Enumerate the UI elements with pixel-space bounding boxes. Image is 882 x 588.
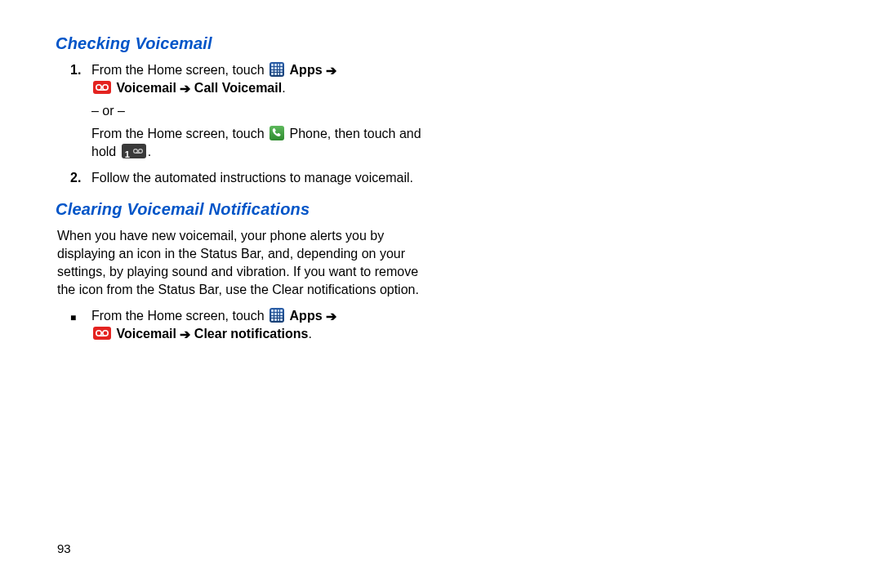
arrow: ➔ — [180, 80, 190, 98]
clearing-paragraph: When you have new voicemail, your phone … — [57, 227, 425, 299]
heading-checking-voicemail: Checking Voicemail — [56, 34, 425, 53]
step-number: 2. — [70, 169, 91, 187]
step-1: 1. From the Home screen, touch Apps ➔ Vo… — [70, 61, 425, 97]
apps-icon — [270, 62, 284, 77]
svg-point-2 — [133, 149, 137, 154]
bullet-body: From the Home screen, touch Apps ➔ Voice… — [91, 307, 425, 343]
period: . — [308, 327, 311, 341]
step-number: 1. — [70, 61, 91, 79]
step-body: Follow the automated instructions to man… — [91, 169, 425, 187]
page-number: 93 — [57, 541, 71, 555]
apps-label: Apps — [290, 309, 326, 323]
apps-icon — [270, 308, 284, 323]
bullet-mark: ■ — [70, 307, 91, 327]
svg-point-5 — [103, 331, 108, 336]
voicemail-label: Voicemail — [113, 81, 180, 95]
step-2: 2. Follow the automated instructions to … — [70, 169, 425, 187]
heading-clearing-voicemail: Clearing Voicemail Notifications — [56, 200, 425, 219]
or-divider: – or – — [91, 104, 425, 118]
svg-point-0 — [96, 85, 101, 90]
voicemail-icon — [93, 81, 111, 94]
arrow: ➔ — [326, 308, 336, 326]
voicemail-icon — [93, 327, 111, 340]
arrow: ➔ — [326, 62, 336, 80]
apps-label: Apps — [290, 63, 326, 77]
step-body: From the Home screen, touch Apps ➔ Voice… — [91, 61, 425, 97]
key-1-icon: 1 — [122, 144, 146, 158]
manual-page: Checking Voicemail 1. From the Home scre… — [0, 0, 457, 588]
bullet-step: ■ From the Home screen, touch Apps ➔ Voi… — [70, 307, 425, 343]
phone-label: Phone — [286, 127, 327, 140]
text: From the Home screen, touch — [91, 127, 268, 140]
step-1-alt: From the Home screen, touch Phone, then … — [91, 125, 425, 161]
text: From the Home screen, touch — [91, 63, 268, 77]
svg-point-4 — [96, 331, 101, 336]
arrow: ➔ — [180, 326, 190, 344]
phone-icon — [270, 126, 284, 140]
text: From the Home screen, touch — [91, 309, 268, 323]
period: . — [148, 145, 151, 158]
period: . — [282, 81, 285, 95]
clear-notifications-label: Clear notifications — [190, 327, 308, 341]
voicemail-label: Voicemail — [113, 327, 180, 341]
call-voicemail-label: Call Voicemail — [190, 81, 282, 95]
svg-point-3 — [138, 149, 142, 154]
svg-point-1 — [103, 85, 108, 90]
